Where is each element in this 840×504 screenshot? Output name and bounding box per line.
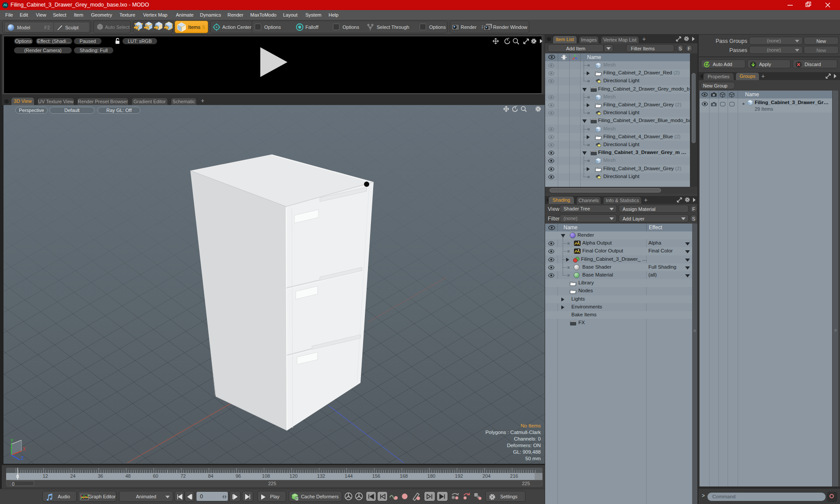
svg-text:No Items: No Items bbox=[521, 423, 541, 428]
svg-text:Polygons : Catmull-Clark: Polygons : Catmull-Clark bbox=[485, 430, 541, 435]
svg-text:50 mm: 50 mm bbox=[525, 456, 541, 461]
svg-text:X: X bbox=[23, 447, 26, 452]
svg-text:Channels: 0: Channels: 0 bbox=[514, 436, 541, 441]
svg-text:Z: Z bbox=[21, 456, 24, 461]
svg-text:GL: 909,488: GL: 909,488 bbox=[513, 449, 541, 455]
svg-text:Y: Y bbox=[10, 438, 14, 443]
svg-text:Deformers: ON: Deformers: ON bbox=[507, 443, 541, 448]
